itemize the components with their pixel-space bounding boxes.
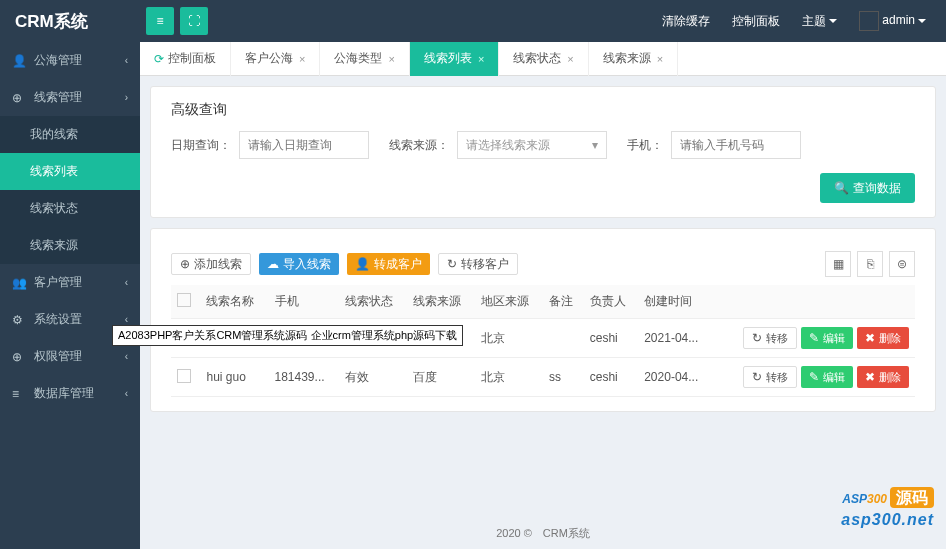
- cell-phone: 181439...: [269, 358, 339, 397]
- cell-region: 北京: [475, 319, 543, 358]
- table-header: 手机: [269, 285, 339, 319]
- sidebar-subitem[interactable]: 线索列表: [0, 153, 140, 190]
- tab[interactable]: 公海类型×: [320, 42, 409, 76]
- cell-owner: ceshi: [584, 358, 638, 397]
- row-delete-button[interactable]: ✖删除: [857, 366, 909, 388]
- menu-icon: ⊕: [12, 350, 26, 364]
- source-select[interactable]: 请选择线索来源▾: [457, 131, 607, 159]
- chevron-down-icon: ▾: [592, 138, 598, 152]
- tab-label: 客户公海: [245, 50, 293, 67]
- cell-status: 有效: [339, 358, 407, 397]
- tab[interactable]: 线索列表×: [410, 42, 499, 76]
- close-icon[interactable]: ×: [657, 53, 663, 65]
- fullscreen-button[interactable]: ⛶: [180, 7, 208, 35]
- tab[interactable]: 线索状态×: [499, 42, 588, 76]
- tab[interactable]: ⟳控制面板: [140, 42, 231, 76]
- table-header: 负责人: [584, 285, 638, 319]
- menu-icon: 👤: [12, 54, 26, 68]
- home-icon: ⟳: [154, 52, 164, 66]
- chevron-icon: ‹: [125, 388, 128, 399]
- search-icon: 🔍: [834, 181, 849, 195]
- close-icon[interactable]: ×: [478, 53, 484, 65]
- watermark: ASP300源码 asp300.net: [841, 474, 934, 529]
- chevron-icon: ›: [125, 92, 128, 103]
- tab-label: 公海类型: [334, 50, 382, 67]
- row-edit-button[interactable]: ✎编辑: [801, 366, 853, 388]
- sidebar-subitem[interactable]: 线索来源: [0, 227, 140, 264]
- columns-button[interactable]: ▦: [825, 251, 851, 277]
- trash-icon: ✖: [865, 331, 875, 345]
- sidebar-item[interactable]: ⊕线索管理›: [0, 79, 140, 116]
- theme-dropdown[interactable]: 主题: [802, 13, 837, 30]
- menu-icon: ≡: [12, 387, 26, 401]
- row-transfer-button[interactable]: ↻转移: [743, 327, 797, 349]
- checkbox-all[interactable]: [177, 293, 191, 307]
- menu-label: 数据库管理: [34, 385, 94, 402]
- app-title: CRM系统: [0, 10, 140, 33]
- sidebar-item[interactable]: 👤公海管理‹: [0, 42, 140, 79]
- tab[interactable]: 客户公海×: [231, 42, 320, 76]
- table-header: 备注: [543, 285, 584, 319]
- table-header: [171, 285, 200, 319]
- phone-label: 手机：: [627, 137, 663, 154]
- menu-toggle-button[interactable]: ≡: [146, 7, 174, 35]
- query-title: 高级查询: [171, 101, 915, 119]
- pencil-icon: ✎: [809, 370, 819, 384]
- pencil-icon: ✎: [809, 331, 819, 345]
- control-panel-link[interactable]: 控制面板: [732, 13, 780, 30]
- upload-icon: ☁: [267, 257, 279, 271]
- menu-label: 系统设置: [34, 311, 82, 328]
- table-header: 线索名称: [200, 285, 268, 319]
- cell-region: 北京: [475, 358, 543, 397]
- chevron-icon: ‹: [125, 277, 128, 288]
- avatar-icon: [859, 11, 879, 31]
- data-panel: ⊕添加线索 ☁导入线索 👤转成客户 ↻转移客户 ▦ ⎘ ⊜ 线索名称手机线索状态…: [150, 228, 936, 412]
- caret-down-icon: [829, 19, 837, 23]
- refresh-icon: ↻: [447, 257, 457, 271]
- close-icon[interactable]: ×: [388, 53, 394, 65]
- clock-icon: ↻: [752, 370, 762, 384]
- sidebar: 👤公海管理‹⊕线索管理›我的线索线索列表线索状态线索来源👥客户管理‹⚙系统设置‹…: [0, 42, 140, 549]
- convert-customer-button[interactable]: 👤转成客户: [347, 253, 430, 275]
- cell-name: hui guo: [200, 358, 268, 397]
- close-icon[interactable]: ×: [567, 53, 573, 65]
- transfer-button[interactable]: ↻转移客户: [438, 253, 518, 275]
- clear-cache-link[interactable]: 清除缓存: [662, 13, 710, 30]
- import-button[interactable]: ☁导入线索: [259, 253, 339, 275]
- date-label: 日期查询：: [171, 137, 231, 154]
- search-button[interactable]: 🔍查询数据: [820, 173, 915, 203]
- checkbox[interactable]: [177, 369, 191, 383]
- cell-source: 百度: [407, 358, 475, 397]
- menu-icon: ⊕: [12, 91, 26, 105]
- caret-down-icon: [918, 19, 926, 23]
- menu-label: 权限管理: [34, 348, 82, 365]
- menu-icon: 👥: [12, 276, 26, 290]
- menu-label: 线索管理: [34, 89, 82, 106]
- tab[interactable]: 线索来源×: [589, 42, 678, 76]
- close-icon[interactable]: ×: [299, 53, 305, 65]
- sidebar-item[interactable]: 👥客户管理‹: [0, 264, 140, 301]
- cell-created: 2021-04...: [638, 319, 713, 358]
- row-edit-button[interactable]: ✎编辑: [801, 327, 853, 349]
- sidebar-item[interactable]: ≡数据库管理‹: [0, 375, 140, 412]
- trash-icon: ✖: [865, 370, 875, 384]
- tabs-bar: ⟳控制面板客户公海×公海类型×线索列表×线索状态×线索来源×: [140, 42, 946, 76]
- user-menu[interactable]: admin: [859, 11, 926, 31]
- tab-label: 线索状态: [513, 50, 561, 67]
- cell-owner: ceshi: [584, 319, 638, 358]
- cell-created: 2020-04...: [638, 358, 713, 397]
- sidebar-subitem[interactable]: 我的线索: [0, 116, 140, 153]
- phone-input[interactable]: [671, 131, 801, 159]
- export-button[interactable]: ⎘: [857, 251, 883, 277]
- row-transfer-button[interactable]: ↻转移: [743, 366, 797, 388]
- menu-label: 公海管理: [34, 52, 82, 69]
- print-button[interactable]: ⊜: [889, 251, 915, 277]
- row-delete-button[interactable]: ✖删除: [857, 327, 909, 349]
- menu-label: 客户管理: [34, 274, 82, 291]
- sidebar-subitem[interactable]: 线索状态: [0, 190, 140, 227]
- date-input[interactable]: [239, 131, 369, 159]
- cell-note: ss: [543, 358, 584, 397]
- tab-label: 线索列表: [424, 50, 472, 67]
- add-button[interactable]: ⊕添加线索: [171, 253, 251, 275]
- source-label: 线索来源：: [389, 137, 449, 154]
